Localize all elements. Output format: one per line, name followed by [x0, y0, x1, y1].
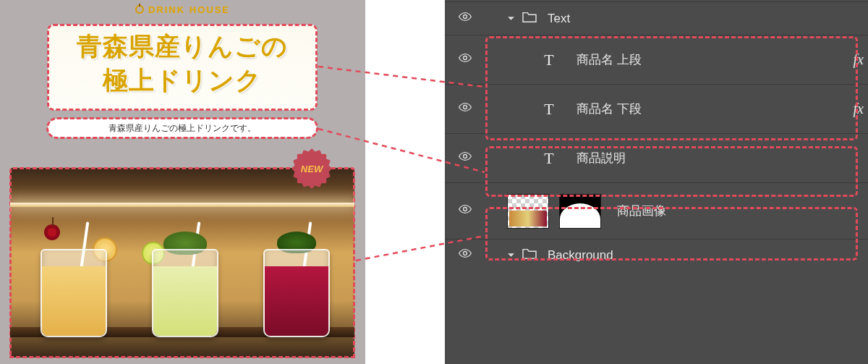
- eye-icon: [458, 9, 472, 27]
- layer-row-text-lower[interactable]: T 商品名 下段 fx: [445, 84, 868, 133]
- new-badge: NEW: [292, 148, 332, 189]
- visibility-toggle[interactable]: [452, 100, 478, 118]
- layer-row-text-upper[interactable]: T 商品名 上段 fx: [445, 35, 868, 84]
- visibility-toggle[interactable]: [452, 246, 478, 264]
- folder-icon: [522, 10, 537, 27]
- design-canvas-preview: DRINK HOUSE 青森県産りんごの 極上ドリンク 青森県産りんごの極上ドリ…: [0, 0, 365, 364]
- layer-mask-thumbnail[interactable]: [559, 194, 601, 229]
- text-layer-icon: T: [540, 150, 558, 167]
- fx-indicator[interactable]: fx: [839, 101, 868, 117]
- layer-row-product-image[interactable]: 商品画像: [445, 182, 868, 239]
- fx-indicator[interactable]: fx: [839, 51, 868, 68]
- eye-icon: [458, 246, 472, 264]
- folder-icon: [522, 247, 537, 263]
- layers-panel: Text T 商品名 上段 fx T 商品名 下段 fx: [445, 0, 868, 364]
- text-layer-icon: T: [540, 51, 558, 69]
- svg-point-0: [464, 15, 467, 19]
- svg-point-4: [464, 208, 467, 211]
- eye-icon: [458, 202, 472, 220]
- svg-point-5: [464, 252, 467, 255]
- title-text-box[interactable]: 青森県産りんごの 極上ドリンク: [48, 25, 317, 110]
- layer-thumbnails: [507, 194, 601, 229]
- svg-point-1: [464, 56, 467, 60]
- title-line-2: 極上ドリンク: [55, 63, 310, 97]
- visibility-toggle[interactable]: [452, 202, 478, 220]
- chevron-down-icon[interactable]: [507, 248, 519, 263]
- layer-thumbnail[interactable]: [507, 194, 549, 229]
- description-text-box[interactable]: 青森県産りんごの極上ドリンクです。: [48, 119, 317, 137]
- cocktail-glass-3: [258, 229, 336, 337]
- gap-area: [365, 0, 445, 364]
- layer-row-description[interactable]: T 商品説明: [445, 133, 868, 182]
- brand-logo-text: DRINK HOUSE: [148, 4, 230, 15]
- layer-name: 商品名 下段: [576, 101, 839, 117]
- text-layer-icon: T: [540, 101, 558, 118]
- chevron-down-icon[interactable]: [507, 12, 519, 26]
- cocktail-glass-2: [146, 229, 224, 337]
- layer-name: Text: [548, 12, 868, 26]
- visibility-toggle[interactable]: [452, 9, 478, 27]
- visibility-toggle[interactable]: [452, 51, 478, 69]
- layer-name: 商品名 上段: [576, 51, 839, 68]
- svg-point-3: [464, 155, 467, 158]
- visibility-toggle[interactable]: [452, 149, 478, 167]
- eye-icon: [458, 51, 472, 69]
- cocktail-glass-1: [35, 229, 113, 337]
- eye-icon: [458, 149, 472, 167]
- backlight: [10, 203, 354, 207]
- eye-icon: [458, 100, 472, 118]
- layer-name: 商品説明: [576, 150, 839, 166]
- layer-name: Background: [548, 248, 868, 263]
- title-line-1: 青森県産りんごの: [55, 29, 310, 63]
- svg-point-2: [464, 106, 467, 109]
- layer-group-text[interactable]: Text: [445, 1, 868, 35]
- brand-logo: DRINK HOUSE: [0, 4, 365, 15]
- product-image-box[interactable]: [10, 168, 354, 357]
- layer-group-background[interactable]: Background: [445, 239, 868, 271]
- logo-icon: [135, 5, 144, 14]
- layer-name: 商品画像: [617, 203, 868, 219]
